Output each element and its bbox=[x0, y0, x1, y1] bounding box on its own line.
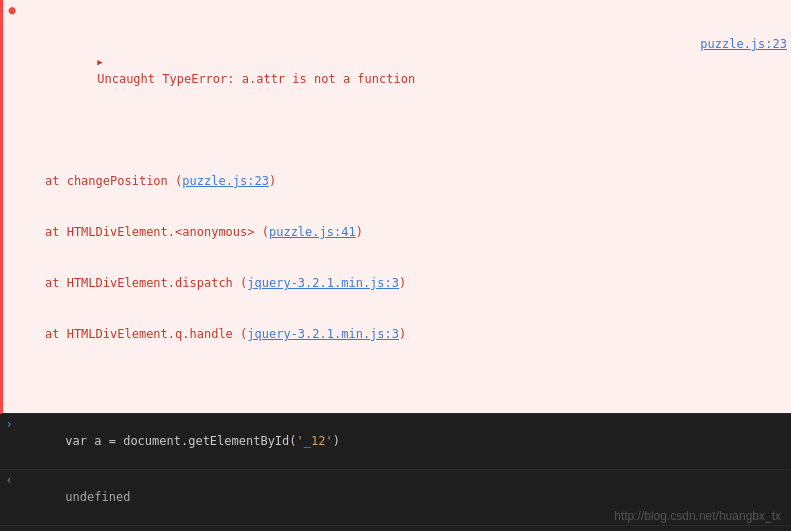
output-text-1: undefined bbox=[65, 490, 130, 504]
error-stack-1: at changePosition (puzzle.js:23) at HTML… bbox=[25, 139, 787, 377]
input-gutter-2: › bbox=[0, 527, 18, 531]
error-icon-1: ● bbox=[8, 3, 15, 17]
stack-link-1-3[interactable]: jquery-3.2.1.min.js:3 bbox=[247, 276, 399, 290]
error-main-row-1: ▶ Uncaught TypeError: a.attr is not a fu… bbox=[25, 36, 787, 105]
watermark: http://blog.csdn.net/huangbx_tx bbox=[614, 509, 781, 523]
input-line-1: › var a = document.getElementById('_12') bbox=[0, 414, 791, 470]
error-content-1: ▶ Uncaught TypeError: a.attr is not a fu… bbox=[21, 1, 791, 412]
watermark-text: http://blog.csdn.net/huangbx_tx bbox=[614, 509, 781, 523]
stack-link-1-1[interactable]: puzzle.js:23 bbox=[182, 174, 269, 188]
console-container: ● ▶ Uncaught TypeError: a.attr is not a … bbox=[0, 0, 791, 531]
input-content-1: var a = document.getElementById('_12') bbox=[18, 415, 791, 468]
error-block-1: ● ▶ Uncaught TypeError: a.attr is not a … bbox=[0, 0, 791, 414]
error-expand-1[interactable]: ▶ Uncaught TypeError: a.attr is not a fu… bbox=[25, 36, 415, 105]
stack-line-1-2: at HTMLDivElement.<anonymous> (puzzle.js… bbox=[45, 224, 787, 241]
input-content-2: a bbox=[18, 527, 791, 531]
output-gutter-1: ‹ bbox=[0, 471, 18, 487]
stack-line-1-3: at HTMLDivElement.dispatch (jquery-3.2.1… bbox=[45, 275, 787, 292]
stack-line-1-1: at changePosition (puzzle.js:23) bbox=[45, 173, 787, 190]
prompt-chevron-1: › bbox=[5, 417, 12, 431]
input-gutter-1: › bbox=[0, 415, 18, 431]
error-gutter-1: ● bbox=[3, 1, 21, 17]
error-file-link-1[interactable]: puzzle.js:23 bbox=[700, 36, 787, 53]
stack-link-1-2[interactable]: puzzle.js:41 bbox=[269, 225, 356, 239]
expand-icon-1: ▶ bbox=[97, 57, 102, 67]
stack-line-1-4: at HTMLDivElement.q.handle (jquery-3.2.1… bbox=[45, 326, 787, 343]
input-line-2: › a bbox=[0, 526, 791, 531]
output-chevron-1: ‹ bbox=[5, 473, 12, 487]
input-text-1: var a = document.getElementById('_12') bbox=[65, 434, 340, 448]
error-message-1: Uncaught TypeError: a.attr is not a func… bbox=[97, 72, 415, 86]
stack-link-1-4[interactable]: jquery-3.2.1.min.js:3 bbox=[247, 327, 399, 341]
